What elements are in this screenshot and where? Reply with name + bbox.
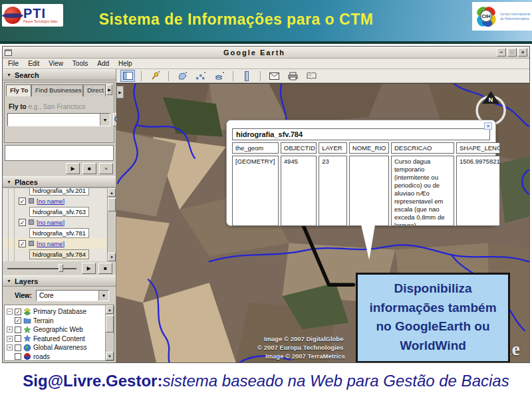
places-item[interactable]: ✓ [no name] (3, 196, 116, 206)
checkbox-unchecked[interactable] (15, 344, 21, 351)
cih-subtitle-1: Centro Internacional (500, 12, 530, 16)
print-button[interactable] (285, 70, 300, 82)
scroll-down-icon[interactable]: ▼ (108, 253, 116, 261)
sidebar-toggle-icon (123, 72, 133, 80)
maximize-button[interactable]: □ (507, 48, 517, 57)
layers-scrollbar[interactable]: ▲ ▼ (105, 305, 114, 360)
view-in-google-maps-button[interactable] (304, 70, 319, 82)
places-item[interactable]: ✓ [no name] (3, 217, 116, 227)
stop-tour-button[interactable]: ■ (98, 263, 112, 274)
table-cell: 1506.99758218 (456, 156, 500, 226)
window-title: Google Earth (12, 49, 497, 57)
flyto-dropdown-arrow-icon[interactable]: ▼ (100, 114, 110, 126)
menu-help[interactable]: Help (118, 60, 132, 67)
tab-fly-to[interactable]: Fly To (6, 84, 31, 96)
checkbox-checked[interactable]: ✓ (15, 317, 21, 324)
placemark-pin-icon (150, 71, 160, 80)
email-button[interactable] (267, 70, 281, 82)
scroll-up-icon[interactable]: ▲ (108, 188, 116, 197)
scroll-up-icon[interactable]: ▲ (106, 305, 114, 314)
balloon-close-icon[interactable]: × (484, 122, 492, 130)
scroll-down-icon[interactable]: ▼ (106, 352, 114, 360)
layer-terrain[interactable]: ✓ Terrain (5, 317, 114, 326)
featured-content-star-icon (23, 334, 31, 342)
places-item-selected[interactable]: hidrografia_sfv.784 (3, 249, 116, 259)
slide-caption: Sig@Livre.Gestor: sistema baseado na Web… (0, 363, 532, 399)
search-results-box[interactable] (5, 145, 114, 161)
checkbox-checked[interactable]: ✓ (19, 219, 26, 226)
places-item[interactable]: hidrografia_sfv.781 (3, 227, 116, 238)
add-placemark-button[interactable] (148, 70, 162, 82)
show-sidebar-button[interactable] (120, 70, 135, 82)
tab-find-businesses[interactable]: Find Businesses (31, 84, 83, 96)
places-scrollbar[interactable]: ▲ ▼ (107, 188, 116, 261)
collapse-expander-icon[interactable]: − (7, 309, 13, 315)
play-tour-button[interactable]: ▶ (66, 163, 80, 174)
expand-expander-icon[interactable]: + (7, 336, 13, 342)
expand-expander-icon[interactable]: + (7, 344, 13, 350)
scroll-thumb[interactable] (108, 198, 116, 211)
stop-tour-button[interactable]: ■ (82, 163, 96, 174)
opacity-slider[interactable] (6, 263, 79, 273)
caption-rest: sistema baseado na Web para Gestão de Ba… (162, 372, 509, 390)
view-select[interactable]: Core ▼ (36, 290, 109, 301)
placemark-link[interactable]: [no name] (37, 219, 65, 226)
placemark-link[interactable]: [no name] (37, 198, 65, 205)
places-footer: ▶ ■ (3, 261, 116, 275)
checkbox-checked[interactable]: ✓ (19, 240, 26, 247)
email-icon (269, 72, 279, 80)
caption-lead: Sig@Livre.Gestor: (23, 372, 162, 390)
slider-thumb[interactable] (59, 264, 63, 272)
minimize-button[interactable]: − (497, 48, 506, 57)
places-item[interactable]: hidrografia_sfv.201 (3, 188, 116, 196)
menu-add[interactable]: Add (97, 60, 109, 67)
geographic-web-star-icon (23, 326, 31, 334)
close-button[interactable]: × (518, 48, 527, 57)
menu-file[interactable]: File (8, 60, 19, 67)
menu-tools[interactable]: Tools (72, 60, 88, 67)
flyto-input[interactable] (8, 114, 100, 126)
search-controls: ▶ ■ × (3, 161, 116, 176)
scroll-thumb[interactable] (106, 315, 114, 332)
sidebar-collapse-button[interactable]: ▶ (116, 86, 124, 98)
places-item[interactable]: hidrografia_sfv.763 (3, 206, 116, 217)
checkbox-checked[interactable]: ✓ (19, 198, 26, 205)
svg-text:N: N (489, 96, 493, 103)
window-titlebar[interactable]: Google Earth − □ × (3, 47, 529, 59)
clear-results-button[interactable]: × (99, 163, 113, 174)
checkbox-unchecked[interactable] (15, 353, 21, 360)
expand-expander-icon[interactable]: + (7, 327, 13, 332)
checkbox-unchecked[interactable] (15, 327, 21, 333)
add-path-button[interactable] (194, 70, 208, 82)
tab-overflow-button[interactable]: ▶ (106, 84, 112, 95)
places-panel-header[interactable]: ▼ Places (3, 176, 116, 188)
add-polygon-button[interactable] (175, 70, 190, 82)
tab-directions[interactable]: Direct (83, 84, 106, 96)
layers-panel-header[interactable]: ▼ Layers (3, 275, 116, 287)
search-panel-header[interactable]: ▼ Search (3, 69, 116, 80)
checkbox-unchecked[interactable] (15, 335, 21, 342)
placemark-link[interactable]: [no name] (37, 240, 65, 247)
layer-primary-database[interactable]: − ✓ Primary Database (5, 307, 114, 317)
layer-global-awareness[interactable]: + Global Awareness (5, 343, 114, 352)
ruler-button[interactable] (239, 70, 254, 82)
slide: PTI Parque Tecnológico Itaipu Sistema de… (0, 0, 532, 399)
map-viewport[interactable]: N ▶ Image © 2007 DigitalGlobe © 2007 Eur… (116, 83, 529, 362)
play-tour-button[interactable]: ▶ (82, 263, 96, 274)
column-header: the_geom (232, 142, 279, 154)
layer-featured-content[interactable]: + Featured Content (5, 334, 114, 344)
layer-geographic-web[interactable]: + Geographic Web (5, 325, 114, 334)
menu-view[interactable]: View (49, 60, 63, 67)
sidebar: ▼ Search Fly To Find Businesses Direct ▶… (3, 69, 116, 362)
add-image-overlay-button[interactable] (212, 70, 227, 82)
cih-subtitle-2: de Hidroinformática (500, 17, 529, 21)
places-item-selected[interactable]: ✓ [no name] (3, 238, 116, 249)
select-dropdown-arrow-icon[interactable]: ▼ (98, 291, 108, 301)
checkbox-checked[interactable]: ✓ (15, 309, 21, 315)
menu-edit[interactable]: Edit (28, 60, 39, 67)
map-attribution: Image © 2007 DigitalGlobe © 2007 Europa … (264, 334, 345, 360)
table-cell: 4945 (281, 156, 317, 226)
layer-roads[interactable]: roads (5, 352, 114, 362)
places-tree: hidrografia_sfv.201 ✓ [no name] hidrogra… (3, 188, 116, 261)
column-header: SHAPE_LENG (456, 142, 500, 154)
